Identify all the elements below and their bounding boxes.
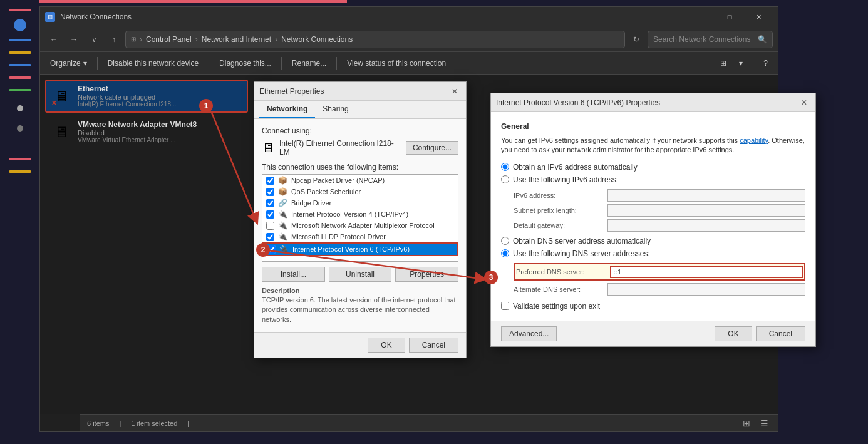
sidebar-dot-2: [17, 125, 23, 132]
gateway-label: Default gateway:: [514, 222, 607, 229]
tab-networking[interactable]: Networking: [259, 101, 315, 118]
checkbox-npcap[interactable]: [266, 177, 274, 185]
view-arrow-button[interactable]: ▾: [734, 54, 748, 72]
checkbox-qos[interactable]: [266, 188, 274, 196]
breadcrumb-connections[interactable]: Network Connections: [281, 35, 353, 44]
alternate-dns-label: Alternate DNS server:: [514, 286, 607, 293]
view-status-button[interactable]: View status of this connection: [342, 54, 451, 72]
maximize-button[interactable]: □: [715, 7, 744, 27]
vmware-status: Disabled: [78, 129, 242, 137]
list-item-ipv6[interactable]: 🔌 Internet Protocol Version 6 (TCP/IPv6): [262, 242, 458, 256]
ethernet-dialog-body: Connect using: 🖥 Intel(R) Ethernet Conne…: [254, 119, 466, 332]
subnet-input[interactable]: [607, 204, 805, 217]
ethernet-icon: 🖥 ✕: [51, 86, 71, 106]
validate-checkbox[interactable]: [501, 302, 509, 310]
use-dns-row[interactable]: Use the following DNS server addresses:: [501, 249, 805, 258]
ipv6-description: You can get IPv6 settings assigned autom…: [501, 136, 805, 155]
validate-label: Validate settings upon exit: [513, 302, 600, 311]
toolbar: Organize ▾ Disable this network device D…: [40, 52, 778, 75]
diagnose-button[interactable]: Diagnose this...: [214, 54, 276, 72]
sidebar-bar-pink2: [9, 158, 31, 160]
search-input[interactable]: [653, 35, 755, 44]
properties-button[interactable]: Properties: [395, 267, 458, 282]
window-title: Network Connections: [60, 13, 132, 21]
tab-sharing[interactable]: Sharing: [315, 101, 356, 118]
obtain-auto-radio[interactable]: [501, 163, 509, 171]
advanced-button[interactable]: Advanced...: [501, 326, 557, 341]
search-box[interactable]: 🔍: [648, 31, 773, 48]
ethernet-dialog-close[interactable]: ✕: [448, 85, 461, 98]
list-item-ipv4[interactable]: 🔌 Internet Protocol Version 4 (TCP/IPv4): [262, 209, 458, 220]
ipv6-cancel-button[interactable]: Cancel: [756, 326, 805, 341]
preferred-dns-input[interactable]: ::1: [610, 266, 803, 278]
view-list-icon[interactable]: ☰: [758, 417, 770, 430]
use-following-row[interactable]: Use the following IPv6 address:: [501, 175, 805, 184]
use-dns-radio[interactable]: [501, 249, 509, 257]
general-section-title: General: [501, 122, 805, 131]
ethernet-dialog-tabs: Networking Sharing: [254, 101, 466, 119]
ipv6-address-input[interactable]: [607, 189, 805, 202]
ipv6-ok-button[interactable]: OK: [715, 326, 752, 341]
disable-button[interactable]: Disable this network device: [103, 54, 204, 72]
checkbox-bridge[interactable]: [266, 199, 274, 207]
sidebar-accent-bar: [9, 9, 31, 11]
sidebar-bar-blue: [9, 39, 31, 41]
vmware-name: VMware Network Adapter VMnet8: [78, 120, 242, 129]
minimize-button[interactable]: —: [686, 7, 715, 27]
checkbox-ipv4[interactable]: [266, 210, 274, 219]
rename-button[interactable]: Rename...: [287, 54, 331, 72]
top-accent-bar: [0, 0, 868, 3]
breadcrumb-controlpanel[interactable]: Control Panel: [146, 35, 192, 44]
list-item-multiplexor[interactable]: 🔌 Microsoft Network Adapter Multiplexor …: [262, 220, 458, 231]
adapter-name: Intel(R) Ethernet Connection I218-LM: [279, 139, 401, 157]
ethernet-ok-button[interactable]: OK: [368, 338, 405, 353]
dropdown-button[interactable]: ∨: [85, 31, 103, 48]
close-button[interactable]: ✕: [744, 7, 773, 27]
list-item-bridge[interactable]: 🔗 Bridge Driver: [262, 197, 458, 209]
checkbox-multiplexor[interactable]: [266, 222, 274, 230]
ipv6-address-fields: IPv6 address: Subnet prefix length: Defa…: [514, 189, 805, 232]
ipv6-dialog-close[interactable]: ✕: [798, 96, 810, 109]
items-count: 6 items: [87, 420, 109, 427]
ethernet-dialog-footer: OK Cancel: [254, 332, 466, 358]
obtain-dns-auto-row[interactable]: Obtain DNS server address automatically: [501, 237, 805, 245]
help-button[interactable]: ?: [758, 54, 773, 72]
ethernet-dialog-title: Ethernet Properties: [259, 87, 324, 96]
refresh-button[interactable]: ↻: [628, 31, 645, 48]
back-button[interactable]: ←: [45, 31, 63, 48]
ipv6-dialog-titlebar: Internet Protocol Version 6 (TCP/IPv6) P…: [491, 93, 815, 112]
toolbar-separator-1: [97, 57, 98, 70]
sidebar-bar-pink: [9, 76, 31, 79]
configure-button[interactable]: Configure...: [406, 141, 458, 155]
ipv6-address-row: IPv6 address:: [514, 189, 805, 202]
gateway-input[interactable]: [607, 219, 805, 232]
list-item-qos[interactable]: 📦 QoS Packet Scheduler: [262, 186, 458, 197]
status-bar: 6 items | 1 item selected | ⊞ ☰: [80, 414, 778, 431]
use-following-radio[interactable]: [501, 175, 509, 183]
obtain-dns-auto-radio[interactable]: [501, 237, 509, 245]
breadcrumb-network[interactable]: Network and Internet: [202, 35, 271, 44]
network-item-ethernet[interactable]: 🖥 ✕ Ethernet Network cable unplugged Int…: [45, 80, 248, 113]
list-item-npcap[interactable]: 📦 Npcap Packet Driver (NPCAP): [262, 175, 458, 186]
install-button[interactable]: Install...: [262, 267, 325, 282]
items-list-box: 📦 Npcap Packet Driver (NPCAP) 📦 QoS Pack…: [262, 174, 458, 262]
ipv6-address-label: IPv6 address:: [514, 192, 607, 199]
alternate-dns-input[interactable]: [607, 283, 805, 296]
dns-fields: Preferred DNS server: ::1 Alternate DNS …: [514, 263, 805, 296]
sidebar-dot-1: [17, 105, 23, 111]
uninstall-button[interactable]: Uninstall: [329, 267, 392, 282]
preferred-dns-label: Preferred DNS server:: [516, 268, 610, 276]
view-grid-icon[interactable]: ⊞: [740, 417, 753, 430]
list-item-lldp[interactable]: 🔌 Microsoft LLDP Protocol Driver: [262, 231, 458, 242]
network-item-vmware[interactable]: 🖥 VMware Network Adapter VMnet8 Disabled…: [45, 115, 248, 148]
forward-button[interactable]: →: [65, 31, 83, 48]
up-button[interactable]: ↑: [105, 31, 123, 48]
obtain-auto-row[interactable]: Obtain an IPv6 address automatically: [501, 163, 805, 172]
view-icon-button[interactable]: ⊞: [715, 54, 731, 72]
checkbox-lldp[interactable]: [266, 233, 274, 241]
ethernet-cancel-button[interactable]: Cancel: [409, 338, 458, 353]
validate-row: Validate settings upon exit: [501, 302, 805, 311]
toolbar-separator-4: [336, 57, 337, 70]
organize-button[interactable]: Organize ▾: [45, 54, 92, 72]
capability-link[interactable]: capability: [740, 137, 768, 144]
